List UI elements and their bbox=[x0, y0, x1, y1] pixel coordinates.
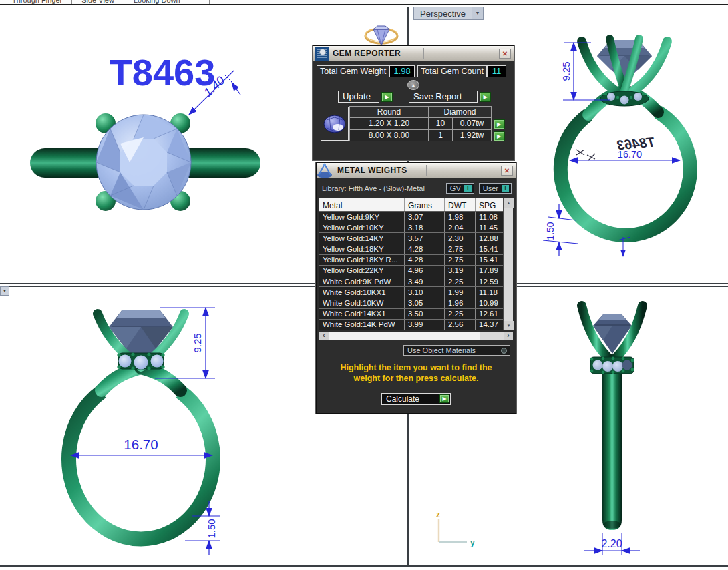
library-label: Library: Fifth Ave - (Slow)-Metal bbox=[322, 184, 441, 192]
table-row[interactable]: Yellow Gold:18KY R...4.28 2.7515.41 bbox=[319, 255, 503, 266]
gem-row-size[interactable]: 1.20 X 1.20 bbox=[349, 117, 429, 129]
titlebar-separator bbox=[423, 48, 424, 59]
user-label: User bbox=[483, 184, 498, 192]
gem-reporter-title: GEM REPORTER bbox=[333, 49, 401, 58]
gem-report-icon bbox=[315, 47, 329, 61]
table-row[interactable]: White Gold:14K PdW3.99 2.5614.37 bbox=[319, 320, 503, 330]
calculate-label: Calculate bbox=[382, 394, 439, 404]
table-row[interactable]: Yellow Gold:10KY3.18 2.0411.45 bbox=[319, 222, 503, 233]
gv-label: GV bbox=[450, 184, 461, 192]
col-spg: SPG bbox=[476, 198, 503, 211]
dim-shank-label: 1.50 bbox=[545, 222, 556, 240]
ring-top-render bbox=[30, 113, 260, 211]
dim-height-label: 9.25 bbox=[560, 61, 572, 81]
scroll-right-icon[interactable]: › bbox=[504, 332, 513, 340]
model-number-label: T8463 bbox=[110, 51, 216, 93]
axis-z-label: z bbox=[436, 510, 440, 519]
col-dwt: DWT bbox=[445, 198, 476, 211]
gem-reporter-panel: GEM REPORTER ✕ Total Gem Weight 1.98 Tot… bbox=[313, 45, 514, 160]
gem-row-select-icon[interactable]: ▶ bbox=[494, 119, 505, 129]
col-metal: Metal bbox=[319, 198, 405, 211]
jewelry-cad-window: Through Finger Side View Looking Down Pe… bbox=[0, 0, 728, 570]
calculate-button[interactable]: Calculate ▶ bbox=[381, 393, 451, 405]
gem-totals-row: Total Gem Weight 1.98 Total Gem Count 11 bbox=[317, 65, 510, 77]
dim-height-label: 9.25 bbox=[192, 333, 203, 352]
chevron-down-icon[interactable]: ▼ bbox=[472, 7, 483, 19]
calculate-run-icon[interactable]: ▶ bbox=[439, 394, 449, 403]
scrollbar-track[interactable] bbox=[329, 332, 504, 340]
close-icon[interactable]: ✕ bbox=[499, 49, 511, 59]
gem-row-size[interactable]: 8.00 X 8.00 bbox=[349, 129, 429, 141]
total-gem-weight-value: 1.98 bbox=[389, 65, 415, 77]
axis-indicator: z y bbox=[436, 510, 475, 547]
table-row[interactable]: White Gold:9K PdW3.49 2.2512.59 bbox=[319, 276, 503, 287]
collapse-up-icon[interactable]: ▲ bbox=[407, 80, 419, 90]
metal-table-header: Metal Grams DWT SPG bbox=[319, 198, 503, 212]
metal-weights-panel: METAL WEIGHTS ✕ Library: Fifth Ave - (Sl… bbox=[316, 162, 516, 414]
dimension-band-width: 2.20 bbox=[584, 533, 640, 555]
gem-shape-header: Round bbox=[349, 106, 429, 118]
tab-stub[interactable] bbox=[190, 0, 210, 4]
gem-row-weight[interactable]: 0.07tw bbox=[452, 117, 492, 129]
viewport-selector[interactable]: Perspective ▼ bbox=[413, 7, 484, 20]
radio-icon[interactable] bbox=[501, 348, 507, 354]
table-row[interactable]: Yellow Gold:18KY4.28 2.7515.41 bbox=[319, 244, 503, 255]
scroll-down-icon[interactable]: ▼ bbox=[504, 321, 514, 330]
gem-row-select-icon[interactable]: ▶ bbox=[494, 131, 505, 141]
update-button[interactable]: Update bbox=[338, 91, 379, 103]
dim-shank-label: 1.50 bbox=[206, 519, 217, 538]
gv-indicator: I bbox=[464, 185, 472, 192]
tab-side-view[interactable]: Side View bbox=[72, 0, 124, 4]
close-icon[interactable]: ✕ bbox=[501, 166, 513, 176]
ring-icon bbox=[365, 26, 397, 45]
scroll-up-icon[interactable]: ▲ bbox=[504, 198, 514, 208]
save-report-run-icon[interactable]: ▶ bbox=[480, 92, 491, 102]
table-row[interactable]: White Gold:14KX13.50 2.2512.61 bbox=[319, 309, 503, 320]
metal-table: ▲ ▼ Metal Grams DWT SPG Yellow Gold:9KY3… bbox=[319, 198, 513, 330]
dim-diameter-label: 16.70 bbox=[124, 437, 158, 452]
calculate-hint-text: Highlight the item you want to find the … bbox=[317, 356, 516, 384]
save-report-button[interactable]: Save Report bbox=[409, 91, 478, 103]
table-row[interactable]: White Gold:10KW3.05 1.9610.99 bbox=[319, 298, 503, 309]
table-row[interactable]: Yellow Gold:22KY4.96 3.1917.89 bbox=[319, 266, 503, 276]
tab-through-finger[interactable]: Through Finger bbox=[3, 0, 72, 4]
horizontal-scrollbar[interactable]: ‹ › bbox=[319, 332, 513, 340]
metal-weights-title: METAL WEIGHTS bbox=[337, 166, 407, 175]
gem-image bbox=[323, 113, 347, 135]
col-grams: Grams bbox=[405, 198, 445, 211]
user-toggle-button[interactable]: User I bbox=[479, 183, 512, 194]
user-indicator: I bbox=[502, 185, 509, 192]
view-tab-strip: Through Finger Side View Looking Down bbox=[0, 0, 728, 5]
update-run-icon[interactable]: ▶ bbox=[381, 92, 393, 102]
gv-toggle-button[interactable]: GV I bbox=[446, 183, 474, 194]
gem-table: Round Diamond 1.20 X 1.20 10 0.07tw ▶ 8.… bbox=[321, 107, 510, 142]
gem-reporter-titlebar[interactable]: GEM REPORTER ✕ bbox=[313, 46, 514, 61]
viewport-selector-label[interactable]: Perspective bbox=[414, 7, 472, 19]
viewport-collapse-button[interactable]: ▼ bbox=[0, 286, 9, 296]
scroll-left-icon[interactable]: ‹ bbox=[319, 332, 329, 340]
total-gem-count-value: 11 bbox=[487, 65, 506, 77]
tab-looking-down[interactable]: Looking Down bbox=[124, 0, 190, 4]
window-bottom-edge bbox=[0, 565, 728, 567]
use-object-materials-row: Use Object Materials bbox=[317, 340, 516, 356]
total-gem-weight-label: Total Gem Weight bbox=[317, 65, 389, 77]
gem-row-count[interactable]: 10 bbox=[428, 117, 453, 129]
gem-type-header: Diamond bbox=[428, 106, 492, 118]
gem-reporter-actions: Update ▶ Save Report ▶ bbox=[338, 91, 510, 103]
axis-y-label: y bbox=[470, 538, 475, 547]
scrollbar-thumb[interactable] bbox=[329, 332, 480, 340]
gem-row-weight[interactable]: 1.92tw bbox=[452, 129, 492, 141]
table-row[interactable]: White Gold:10KX13.10 1.9911.18 bbox=[319, 287, 503, 298]
table-row[interactable]: Yellow Gold:14KY3.57 2.3012.88 bbox=[319, 233, 503, 244]
vertical-scrollbar[interactable]: ▲ ▼ bbox=[503, 198, 513, 330]
table-row[interactable]: Yellow Gold:9KY3.07 1.9811.08 bbox=[319, 212, 503, 222]
panel-splitter: ▲ bbox=[317, 79, 510, 91]
library-row: Library: Fifth Ave - (Slow)-Metal GV I U… bbox=[317, 178, 516, 197]
total-gem-count-label: Total Gem Count bbox=[417, 65, 487, 77]
dim-band-width-label: 2.20 bbox=[601, 538, 622, 549]
gem-row-count[interactable]: 1 bbox=[428, 129, 453, 141]
use-object-materials-button[interactable]: Use Object Materials bbox=[403, 345, 510, 356]
gem-thumbnail bbox=[321, 107, 349, 141]
metal-weights-titlebar[interactable]: METAL WEIGHTS ✕ bbox=[317, 163, 516, 178]
engraving-mirrored-label: T8463 bbox=[616, 135, 655, 153]
